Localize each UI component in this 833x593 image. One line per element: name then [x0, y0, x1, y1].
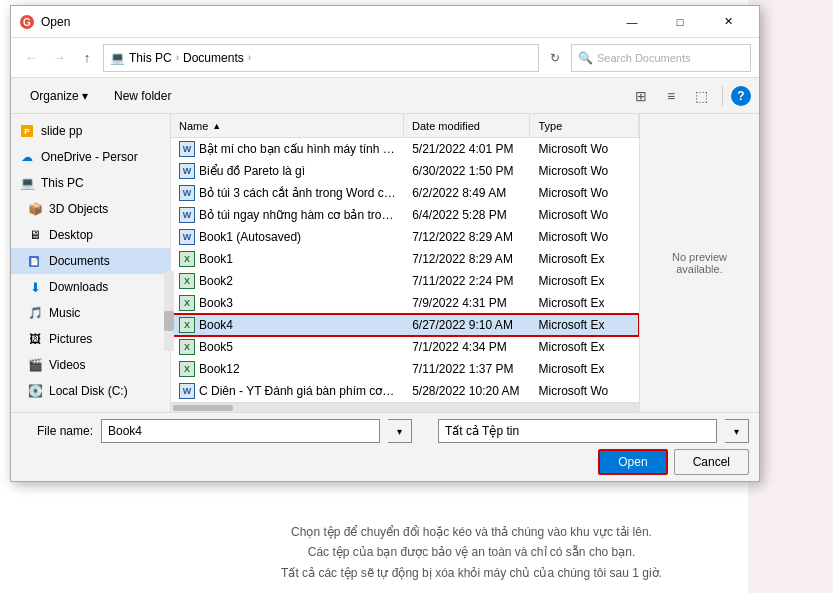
sidebar-item-localdisk[interactable]: 💽 Local Disk (C:) — [11, 378, 170, 404]
path-sep2: › — [248, 52, 251, 63]
open-button[interactable]: Open — [598, 449, 667, 475]
file-name-cell: XBook12 — [171, 361, 404, 377]
file-row[interactable]: XBook127/11/2022 1:37 PMMicrosoft Ex — [171, 358, 639, 380]
file-date-cell: 7/9/2022 4:31 PM — [404, 296, 530, 310]
file-row[interactable]: WBật mí cho bạn cấu hình máy tính tốt nh… — [171, 138, 639, 160]
filetype-dropdown[interactable]: ▾ — [725, 419, 749, 443]
file-row[interactable]: WBỏ túi ngay những hàm cơ bản trong Exc.… — [171, 204, 639, 226]
help-button[interactable]: ? — [731, 86, 751, 106]
close-button[interactable]: ✕ — [705, 8, 751, 36]
sidebar-item-desktop[interactable]: 🖥 Desktop — [11, 222, 170, 248]
path-documents: Documents — [183, 51, 244, 65]
pictures-icon: 🖼 — [27, 331, 43, 347]
up-button[interactable]: ↑ — [75, 46, 99, 70]
col-header-name[interactable]: Name ▲ — [171, 114, 404, 137]
sidebar-label-documents: Documents — [49, 254, 110, 268]
back-button[interactable]: ← — [19, 46, 43, 70]
col-header-type[interactable]: Type — [530, 114, 639, 137]
downloads-icon: ⬇ — [27, 279, 43, 295]
file-date-cell: 6/2/2022 8:49 AM — [404, 186, 530, 200]
file-row[interactable]: WBook1 (Autosaved)7/12/2022 8:29 AMMicro… — [171, 226, 639, 248]
file-name-cell: WBật mí cho bạn cấu hình máy tính tốt nh… — [171, 141, 404, 157]
file-row[interactable]: XBook57/1/2022 4:34 PMMicrosoft Ex — [171, 336, 639, 358]
file-type-cell: Microsoft Ex — [530, 340, 639, 354]
file-list-container: Name ▲ Date modified Type WBật mí cho bạ… — [171, 114, 639, 412]
address-bar: ← → ↑ 💻 This PC › Documents › ↻ 🔍 Search… — [11, 38, 759, 78]
svg-text:P: P — [24, 127, 30, 136]
thispc-icon: 💻 — [19, 175, 35, 191]
view-pane-button[interactable]: ⬚ — [688, 83, 714, 109]
sort-icon: ▲ — [212, 121, 221, 131]
cancel-button[interactable]: Cancel — [674, 449, 749, 475]
refresh-button[interactable]: ↻ — [543, 46, 567, 70]
sidebar-item-onedrive[interactable]: ☁ OneDrive - Persor — [11, 144, 170, 170]
preview-text: No preview available. — [648, 251, 751, 275]
sidebar-item-slidepp[interactable]: P slide pp — [11, 118, 170, 144]
file-date-cell: 5/21/2022 4:01 PM — [404, 142, 530, 156]
forward-button[interactable]: → — [47, 46, 71, 70]
organize-button[interactable]: Organize ▾ — [19, 83, 99, 109]
sidebar-scrollbar[interactable] — [164, 271, 171, 351]
horizontal-scrollbar[interactable] — [171, 402, 639, 412]
sidebar-item-music[interactable]: 🎵 Music — [11, 300, 170, 326]
instruction-line2: Các tệp của bạn được bảo vệ an toàn và c… — [200, 542, 743, 562]
sidebar-item-videos[interactable]: 🎬 Videos — [11, 352, 170, 378]
view-details-button[interactable]: ≡ — [658, 83, 684, 109]
sidebar-label-videos: Videos — [49, 358, 85, 372]
file-type-cell: Microsoft Wo — [530, 384, 639, 398]
minimize-button[interactable]: — — [609, 8, 655, 36]
file-name-cell: WBiểu đồ Pareto là gì — [171, 163, 404, 179]
file-type-cell: Microsoft Wo — [530, 164, 639, 178]
content-area: P slide pp ☁ OneDrive - Persor 💻 This PC… — [11, 114, 759, 412]
computer-icon: 💻 — [110, 51, 125, 65]
file-row[interactable]: XBook27/11/2022 2:24 PMMicrosoft Ex — [171, 270, 639, 292]
file-row[interactable]: WC Diên - YT Đánh giá bàn phím cơ không.… — [171, 380, 639, 402]
instruction-line1: Chọn tệp để chuyển đổi hoặc kéo và thả c… — [200, 522, 743, 542]
address-path[interactable]: 💻 This PC › Documents › — [103, 44, 539, 72]
svg-text:G: G — [23, 17, 31, 28]
file-date-cell: 5/28/2022 10:20 AM — [404, 384, 530, 398]
sidebar-item-documents[interactable]: 📄 Documents — [11, 248, 170, 274]
sidebar-item-3dobjects[interactable]: 📦 3D Objects — [11, 196, 170, 222]
sidebar-label-downloads: Downloads — [49, 280, 108, 294]
file-date-cell: 6/30/2022 1:50 PM — [404, 164, 530, 178]
filename-input[interactable]: Book4 — [101, 419, 380, 443]
filename-dropdown[interactable]: ▾ — [388, 419, 412, 443]
sidebar-item-thispc[interactable]: 💻 This PC — [11, 170, 170, 196]
toolbar: Organize ▾ New folder ⊞ ≡ ⬚ ? — [11, 78, 759, 114]
dialog-icon: G — [19, 14, 35, 30]
file-date-cell: 7/12/2022 8:29 AM — [404, 230, 530, 244]
file-name-cell: WBỏ túi ngay những hàm cơ bản trong Exc.… — [171, 207, 404, 223]
view-options-button[interactable]: ⊞ — [628, 83, 654, 109]
file-type-cell: Microsoft Wo — [530, 230, 639, 244]
documents-icon: 📄 — [27, 253, 43, 269]
file-list: WBật mí cho bạn cấu hình máy tính tốt nh… — [171, 138, 639, 402]
file-name-cell: XBook3 — [171, 295, 404, 311]
sidebar-label-onedrive: OneDrive - Persor — [41, 150, 138, 164]
background-right-panel — [748, 0, 833, 593]
file-row[interactable]: XBook37/9/2022 4:31 PMMicrosoft Ex — [171, 292, 639, 314]
sidebar-label-thispc: This PC — [41, 176, 84, 190]
file-date-cell: 7/11/2022 2:24 PM — [404, 274, 530, 288]
new-folder-button[interactable]: New folder — [103, 83, 182, 109]
svg-text:📄: 📄 — [30, 257, 39, 266]
col-header-date[interactable]: Date modified — [404, 114, 530, 137]
file-name-cell: WBook1 (Autosaved) — [171, 229, 404, 245]
file-date-cell: 6/27/2022 9:10 AM — [404, 318, 530, 332]
file-row[interactable]: WBỏ túi 3 cách cắt ảnh trong Word cực đơ… — [171, 182, 639, 204]
file-row[interactable]: XBook17/12/2022 8:29 AMMicrosoft Ex — [171, 248, 639, 270]
desktop-icon: 🖥 — [27, 227, 43, 243]
file-row[interactable]: WBiểu đồ Pareto là gì6/30/2022 1:50 PMMi… — [171, 160, 639, 182]
title-bar: G Open — □ ✕ — [11, 6, 759, 38]
maximize-button[interactable]: □ — [657, 8, 703, 36]
filetype-select[interactable]: Tất cả Tệp tin — [438, 419, 717, 443]
search-box[interactable]: 🔍 Search Documents — [571, 44, 751, 72]
filename-row: File name: Book4 ▾ Tất cả Tệp tin ▾ — [21, 419, 749, 443]
sidebar-item-pictures[interactable]: 🖼 Pictures — [11, 326, 170, 352]
sidebar-item-downloads[interactable]: ⬇ Downloads — [11, 274, 170, 300]
h-scroll-thumb — [173, 405, 233, 411]
file-name-cell: XBook2 — [171, 273, 404, 289]
file-type-cell: Microsoft Ex — [530, 274, 639, 288]
file-name-cell: WBỏ túi 3 cách cắt ảnh trong Word cực đơ… — [171, 185, 404, 201]
file-row[interactable]: XBook46/27/2022 9:10 AMMicrosoft Ex — [171, 314, 639, 336]
